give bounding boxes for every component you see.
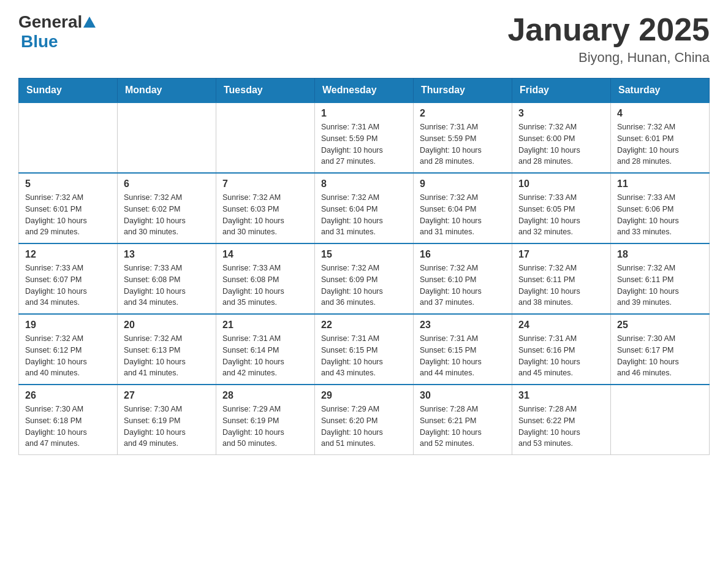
day-info: Sunrise: 7:31 AM Sunset: 6:15 PM Dayligh…	[420, 333, 506, 379]
location: Biyong, Hunan, China	[507, 50, 710, 66]
day-info: Sunrise: 7:32 AM Sunset: 6:13 PM Dayligh…	[124, 333, 210, 379]
day-number: 4	[617, 108, 703, 119]
day-number: 27	[124, 390, 210, 401]
day-info: Sunrise: 7:32 AM Sunset: 6:10 PM Dayligh…	[420, 262, 506, 308]
calendar-header-sunday: Sunday	[19, 79, 118, 103]
day-info: Sunrise: 7:29 AM Sunset: 6:20 PM Dayligh…	[321, 404, 407, 450]
day-info: Sunrise: 7:33 AM Sunset: 6:08 PM Dayligh…	[222, 262, 308, 308]
calendar-header-friday: Friday	[512, 79, 611, 103]
day-number: 22	[321, 320, 407, 331]
day-number: 17	[518, 249, 604, 260]
day-info: Sunrise: 7:32 AM Sunset: 6:00 PM Dayligh…	[518, 121, 604, 167]
calendar-cell: 30Sunrise: 7:28 AM Sunset: 6:21 PM Dayli…	[414, 385, 512, 455]
calendar-cell: 18Sunrise: 7:32 AM Sunset: 6:11 PM Dayli…	[611, 243, 710, 314]
day-number: 28	[222, 390, 308, 401]
week-row-2: 5Sunrise: 7:32 AM Sunset: 6:01 PM Daylig…	[19, 173, 710, 243]
day-number: 6	[124, 178, 210, 190]
logo: General Blue	[18, 12, 97, 52]
calendar-cell: 31Sunrise: 7:28 AM Sunset: 6:22 PM Dayli…	[512, 385, 611, 455]
calendar-cell: 4Sunrise: 7:32 AM Sunset: 6:01 PM Daylig…	[611, 102, 710, 173]
day-info: Sunrise: 7:32 AM Sunset: 6:02 PM Dayligh…	[124, 192, 210, 238]
calendar-cell: 12Sunrise: 7:33 AM Sunset: 6:07 PM Dayli…	[19, 243, 118, 314]
calendar-cell: 23Sunrise: 7:31 AM Sunset: 6:15 PM Dayli…	[414, 314, 512, 385]
day-number: 23	[420, 320, 506, 331]
calendar-cell: 8Sunrise: 7:32 AM Sunset: 6:04 PM Daylig…	[315, 173, 414, 243]
day-info: Sunrise: 7:28 AM Sunset: 6:22 PM Dayligh…	[518, 404, 604, 450]
logo-triangle-icon	[83, 17, 96, 28]
day-info: Sunrise: 7:32 AM Sunset: 6:03 PM Dayligh…	[222, 192, 308, 238]
calendar-header-row: SundayMondayTuesdayWednesdayThursdayFrid…	[19, 79, 710, 103]
calendar-cell: 27Sunrise: 7:30 AM Sunset: 6:19 PM Dayli…	[118, 385, 216, 455]
day-number: 31	[518, 390, 604, 401]
day-info: Sunrise: 7:31 AM Sunset: 6:14 PM Dayligh…	[222, 333, 308, 379]
day-number: 9	[420, 178, 506, 190]
month-title: January 2025	[507, 12, 710, 47]
day-info: Sunrise: 7:32 AM Sunset: 6:09 PM Dayligh…	[321, 262, 407, 308]
day-info: Sunrise: 7:30 AM Sunset: 6:17 PM Dayligh…	[617, 333, 703, 379]
day-info: Sunrise: 7:31 AM Sunset: 6:16 PM Dayligh…	[518, 333, 604, 379]
calendar-header-monday: Monday	[118, 79, 216, 103]
week-row-4: 19Sunrise: 7:32 AM Sunset: 6:12 PM Dayli…	[19, 314, 710, 385]
calendar-cell: 1Sunrise: 7:31 AM Sunset: 5:59 PM Daylig…	[315, 102, 414, 173]
calendar-cell	[216, 102, 315, 173]
calendar-cell: 5Sunrise: 7:32 AM Sunset: 6:01 PM Daylig…	[19, 173, 118, 243]
week-row-3: 12Sunrise: 7:33 AM Sunset: 6:07 PM Dayli…	[19, 243, 710, 314]
calendar-cell	[19, 102, 118, 173]
title-section: January 2025 Biyong, Hunan, China	[507, 12, 710, 66]
day-info: Sunrise: 7:32 AM Sunset: 6:01 PM Dayligh…	[617, 121, 703, 167]
day-info: Sunrise: 7:32 AM Sunset: 6:11 PM Dayligh…	[518, 262, 604, 308]
calendar-table: SundayMondayTuesdayWednesdayThursdayFrid…	[18, 78, 710, 455]
calendar-cell: 24Sunrise: 7:31 AM Sunset: 6:16 PM Dayli…	[512, 314, 611, 385]
calendar-cell	[611, 385, 710, 455]
day-number: 16	[420, 249, 506, 260]
calendar-cell: 6Sunrise: 7:32 AM Sunset: 6:02 PM Daylig…	[118, 173, 216, 243]
day-number: 3	[518, 108, 604, 119]
day-info: Sunrise: 7:28 AM Sunset: 6:21 PM Dayligh…	[420, 404, 506, 450]
calendar-cell	[118, 102, 216, 173]
page-header: General Blue January 2025 Biyong, Hunan,…	[18, 12, 710, 66]
calendar-cell: 29Sunrise: 7:29 AM Sunset: 6:20 PM Dayli…	[315, 385, 414, 455]
day-number: 18	[617, 249, 703, 260]
day-number: 15	[321, 249, 407, 260]
day-number: 24	[518, 320, 604, 331]
day-number: 13	[124, 249, 210, 260]
calendar-cell: 19Sunrise: 7:32 AM Sunset: 6:12 PM Dayli…	[19, 314, 118, 385]
day-number: 11	[617, 178, 703, 190]
calendar-header-wednesday: Wednesday	[315, 79, 414, 103]
day-info: Sunrise: 7:29 AM Sunset: 6:19 PM Dayligh…	[222, 404, 308, 450]
day-info: Sunrise: 7:32 AM Sunset: 6:01 PM Dayligh…	[25, 192, 111, 238]
day-number: 12	[25, 249, 111, 260]
calendar-cell: 20Sunrise: 7:32 AM Sunset: 6:13 PM Dayli…	[118, 314, 216, 385]
day-number: 8	[321, 178, 407, 190]
day-number: 10	[518, 178, 604, 190]
day-number: 2	[420, 108, 506, 119]
day-number: 19	[25, 320, 111, 331]
day-number: 1	[321, 108, 407, 119]
day-info: Sunrise: 7:33 AM Sunset: 6:06 PM Dayligh…	[617, 192, 703, 238]
day-info: Sunrise: 7:32 AM Sunset: 6:12 PM Dayligh…	[25, 333, 111, 379]
calendar-cell: 25Sunrise: 7:30 AM Sunset: 6:17 PM Dayli…	[611, 314, 710, 385]
day-info: Sunrise: 7:32 AM Sunset: 6:04 PM Dayligh…	[420, 192, 506, 238]
day-info: Sunrise: 7:31 AM Sunset: 6:15 PM Dayligh…	[321, 333, 407, 379]
calendar-cell: 9Sunrise: 7:32 AM Sunset: 6:04 PM Daylig…	[414, 173, 512, 243]
calendar-cell: 26Sunrise: 7:30 AM Sunset: 6:18 PM Dayli…	[19, 385, 118, 455]
day-info: Sunrise: 7:30 AM Sunset: 6:19 PM Dayligh…	[124, 404, 210, 450]
calendar-cell: 28Sunrise: 7:29 AM Sunset: 6:19 PM Dayli…	[216, 385, 315, 455]
week-row-5: 26Sunrise: 7:30 AM Sunset: 6:18 PM Dayli…	[19, 385, 710, 455]
calendar-header-tuesday: Tuesday	[216, 79, 315, 103]
logo-blue-text: Blue	[21, 32, 58, 51]
calendar-cell: 2Sunrise: 7:31 AM Sunset: 5:59 PM Daylig…	[414, 102, 512, 173]
day-info: Sunrise: 7:32 AM Sunset: 6:04 PM Dayligh…	[321, 192, 407, 238]
day-number: 14	[222, 249, 308, 260]
calendar-header-thursday: Thursday	[414, 79, 512, 103]
day-info: Sunrise: 7:31 AM Sunset: 5:59 PM Dayligh…	[420, 121, 506, 167]
day-info: Sunrise: 7:30 AM Sunset: 6:18 PM Dayligh…	[25, 404, 111, 450]
calendar-cell: 15Sunrise: 7:32 AM Sunset: 6:09 PM Dayli…	[315, 243, 414, 314]
day-number: 21	[222, 320, 308, 331]
calendar-header-saturday: Saturday	[611, 79, 710, 103]
day-number: 7	[222, 178, 308, 190]
calendar-cell: 7Sunrise: 7:32 AM Sunset: 6:03 PM Daylig…	[216, 173, 315, 243]
calendar-cell: 3Sunrise: 7:32 AM Sunset: 6:00 PM Daylig…	[512, 102, 611, 173]
day-number: 29	[321, 390, 407, 401]
logo-general-text: General	[18, 12, 82, 32]
